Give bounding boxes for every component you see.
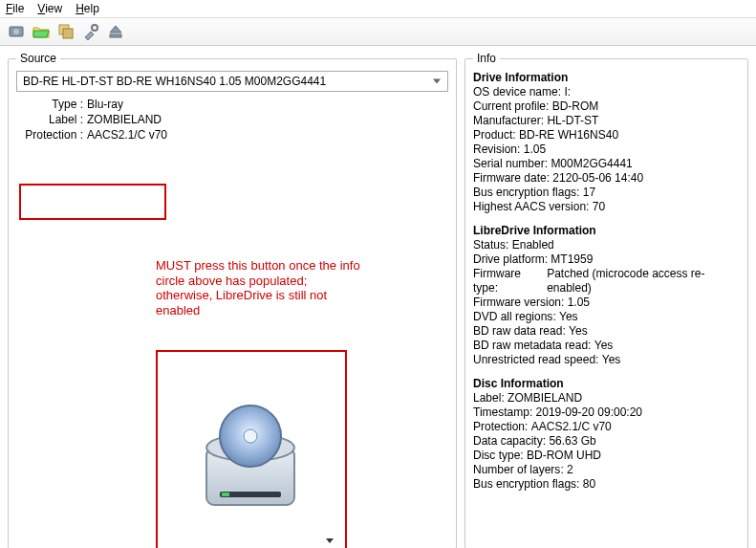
- settings-wrench-icon[interactable]: [80, 21, 101, 42]
- source-panel: Source BD-RE HL-DT-ST BD-RE WH16NS40 1.0…: [8, 52, 457, 548]
- menu-view[interactable]: View: [37, 2, 62, 15]
- info-key: Label: [473, 391, 508, 406]
- info-value: AACS2.1/C v70: [531, 420, 612, 434]
- info-key: Product: [473, 128, 519, 142]
- chevron-down-icon[interactable]: [326, 538, 334, 543]
- info-row: Firmware date2120-05-06 14:40: [473, 171, 736, 186]
- info-value: 1.05: [524, 142, 546, 157]
- info-legend: Info: [473, 52, 500, 65]
- info-row: Timestamp2019-09-20 09:00:20: [473, 406, 736, 420]
- info-value: 56.63 Gb: [549, 434, 595, 449]
- info-row: Firmware version1.05: [473, 296, 736, 310]
- info-body: Drive Information OS device nameI:Curren…: [473, 71, 740, 492]
- info-key: Number of layers: [473, 463, 567, 477]
- open-disc-button[interactable]: [162, 358, 339, 548]
- info-key: Disc type: [473, 449, 527, 463]
- info-key: Serial number: [473, 157, 551, 171]
- backup-batch-icon[interactable]: [55, 21, 76, 42]
- info-key: Status: [473, 238, 512, 252]
- drive-select[interactable]: BD-RE HL-DT-ST BD-RE WH16NS40 1.05 M00M2…: [16, 71, 448, 92]
- type-value: Blu-ray: [87, 98, 448, 111]
- drive-info-rows: OS device nameI:Current profileBD-ROMMan…: [473, 85, 736, 214]
- info-value: BD-RE WH16NS40: [519, 128, 618, 142]
- info-key: Current profile: [473, 99, 552, 114]
- info-key: Protection: [473, 420, 531, 434]
- info-value: BD-ROM UHD: [527, 449, 601, 463]
- info-value: 70: [593, 200, 605, 214]
- libre-info-rows: StatusEnabledDrive platformMT1959Firmwar…: [473, 238, 736, 367]
- info-row: BD raw metadata readYes: [473, 339, 736, 353]
- drive-select-wrap: BD-RE HL-DT-ST BD-RE WH16NS40 1.05 M00M2…: [16, 71, 448, 92]
- eject-icon[interactable]: [105, 21, 126, 42]
- info-row: Firmware typePatched (microcode access r…: [473, 267, 736, 296]
- info-row: StatusEnabled: [473, 238, 736, 252]
- info-panel: Info Drive Information OS device nameI:C…: [464, 52, 748, 548]
- info-key: Data capacity: [473, 434, 549, 449]
- info-value: Yes: [569, 324, 588, 339]
- info-key: Bus encryption flags: [473, 186, 583, 200]
- svg-rect-5: [110, 34, 121, 37]
- menu-file[interactable]: File: [6, 2, 24, 15]
- folder-open-icon[interactable]: [31, 21, 52, 42]
- info-key: Firmware type: [473, 267, 547, 296]
- info-key: DVD all regions: [473, 310, 559, 324]
- info-value: 17: [583, 186, 595, 200]
- info-row: Highest AACS version70: [473, 200, 736, 214]
- source-legend: Source: [16, 52, 60, 65]
- protection-label: Protection :: [16, 128, 83, 142]
- info-row: Revision1.05: [473, 142, 736, 157]
- info-value: MT1959: [551, 252, 593, 267]
- info-row: Bus encryption flags17: [473, 186, 736, 200]
- type-label: Type :: [16, 98, 83, 111]
- info-value: 80: [583, 477, 595, 492]
- info-row: Serial numberM00M2GG4441: [473, 157, 736, 171]
- info-row: Unrestricted read speedYes: [473, 353, 736, 367]
- open-source-icon[interactable]: [6, 21, 27, 42]
- info-row: Number of layers2: [473, 463, 736, 477]
- info-value: ZOMBIELAND: [508, 391, 582, 406]
- info-key: Revision: [473, 142, 524, 157]
- info-row: Drive platformMT1959: [473, 252, 736, 267]
- info-value: Yes: [559, 310, 578, 324]
- info-row: DVD all regionsYes: [473, 310, 736, 324]
- info-value: Enabled: [512, 238, 554, 252]
- info-value: M00M2GG4441: [551, 157, 632, 171]
- source-details: Type : Blu-ray Label : ZOMBIELAND Protec…: [16, 98, 448, 142]
- label-value: ZOMBIELAND: [87, 113, 448, 126]
- info-row: Disc typeBD-ROM UHD: [473, 449, 736, 463]
- info-key: Drive platform: [473, 252, 551, 267]
- info-row: Current profileBD-ROM: [473, 99, 736, 114]
- drive-info-title: Drive Information: [473, 71, 736, 85]
- protection-value: AACS2.1/C v70: [87, 128, 448, 142]
- info-value: Yes: [602, 353, 621, 367]
- info-row: OS device nameI:: [473, 85, 736, 99]
- disc-info-title: Disc Information: [473, 377, 736, 391]
- info-value: 2120-05-06 14:40: [552, 171, 643, 186]
- content-area: Source BD-RE HL-DT-ST BD-RE WH16NS40 1.0…: [0, 46, 756, 544]
- info-key: BD raw metadata read: [473, 339, 594, 353]
- label-label: Label :: [16, 113, 83, 126]
- menu-help[interactable]: Help: [76, 2, 99, 15]
- info-value: 2: [567, 463, 573, 477]
- svg-point-1: [13, 29, 19, 34]
- info-key: Unrestricted read speed: [473, 353, 602, 367]
- info-row: Bus encryption flags80: [473, 477, 736, 492]
- menubar: File View Help: [0, 0, 756, 18]
- info-value: 2019-09-20 09:00:20: [536, 406, 642, 420]
- toolbar: [0, 18, 756, 46]
- info-row: Data capacity56.63 Gb: [473, 434, 736, 449]
- info-value: 1.05: [568, 296, 590, 310]
- info-key: Timestamp: [473, 406, 536, 420]
- info-key: Manufacturer: [473, 114, 547, 128]
- annotation-text: MUST press this button once the info cir…: [156, 258, 366, 318]
- info-row: ProtectionAACS2.1/C v70: [473, 420, 736, 434]
- info-value: HL-DT-ST: [547, 114, 598, 128]
- info-value: Yes: [594, 339, 614, 353]
- info-key: Firmware version: [473, 296, 568, 310]
- svg-point-9: [244, 429, 257, 443]
- info-key: OS device name: [473, 85, 564, 99]
- svg-rect-3: [63, 29, 73, 38]
- info-value: I:: [564, 85, 571, 99]
- info-row: LabelZOMBIELAND: [473, 391, 736, 406]
- info-key: Bus encryption flags: [473, 477, 583, 492]
